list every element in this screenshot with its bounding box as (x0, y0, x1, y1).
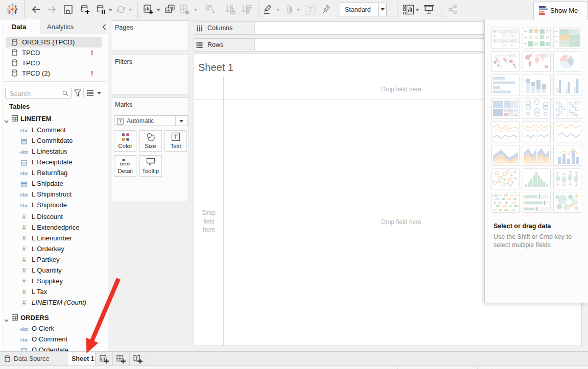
svg-text:670: 670 (502, 44, 507, 47)
svg-text:9456: 9456 (561, 36, 567, 39)
svg-text:940: 940 (571, 36, 576, 39)
svg-text:2020: 2020 (501, 39, 507, 42)
svg-text:9004: 9004 (509, 35, 515, 38)
svg-text:1234: 1234 (501, 30, 507, 33)
svg-text:10590: 10590 (571, 42, 578, 45)
svg-text:573: 573 (510, 30, 515, 33)
svg-text:1234: 1234 (561, 31, 567, 34)
svg-text:330: 330 (502, 35, 507, 38)
svg-text:302: 302 (510, 44, 515, 47)
svg-text:2859: 2859 (509, 39, 515, 42)
svg-text:24070: 24070 (560, 42, 568, 45)
svg-text:573: 573 (571, 31, 576, 34)
